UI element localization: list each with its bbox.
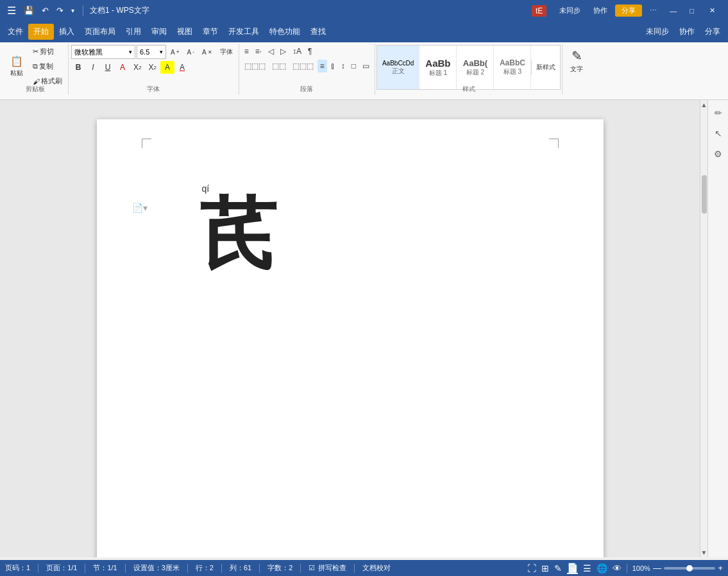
superscript-button[interactable]: X2 (130, 61, 144, 74)
menu-button[interactable]: ☰ (5, 3, 18, 18)
font-grow-button[interactable]: A+ (167, 47, 183, 58)
view-split-button[interactable]: ⊞ (541, 563, 549, 573)
subscript-button[interactable]: X2 (145, 61, 159, 74)
sync-button[interactable]: 未同步 (554, 4, 586, 17)
text-color-button[interactable]: A (175, 61, 189, 74)
collab-button[interactable]: 协作 (588, 4, 613, 17)
para-group-label: 段落 (239, 85, 375, 94)
list-view-button[interactable]: ☰ (583, 563, 591, 573)
col-layout-button[interactable]: ⫿ (328, 60, 337, 72)
web-view-button[interactable]: 🌐 (597, 563, 607, 573)
font-settings-button[interactable]: 字体 (217, 46, 236, 58)
page-number[interactable]: 页码：1 (5, 563, 30, 573)
menu-item-file[interactable]: 文件 (3, 24, 28, 40)
status-divider-1 (38, 564, 38, 573)
minimize-button[interactable]: — (665, 6, 682, 16)
bullets-button[interactable]: ≡ (242, 45, 251, 58)
paste-button[interactable]: 📋 粘贴 (5, 52, 28, 81)
sort-button[interactable]: ↕A (290, 45, 304, 58)
align-center-button[interactable]: ⬚⬚ (269, 60, 289, 72)
page-view-button[interactable]: 📄 (567, 563, 578, 574)
menu-item-chapter[interactable]: 章节 (198, 24, 223, 40)
col-info[interactable]: 列：61 (230, 563, 251, 573)
font-name-selector[interactable]: 微软雅黑 ▾ (71, 45, 135, 59)
undo-button[interactable]: ↶ (40, 4, 51, 17)
align-justify-button[interactable]: ≡ (317, 60, 327, 72)
page-count[interactable]: 页面：1/1 (46, 563, 77, 573)
scroll-down-button[interactable]: ▼ (700, 548, 709, 557)
menu-item-review[interactable]: 审阅 (146, 24, 172, 40)
cut-button[interactable]: ✂ 剪切 (30, 45, 65, 58)
menu-item-special[interactable]: 特色功能 (264, 24, 305, 40)
word-count[interactable]: 字数：2 (267, 563, 292, 573)
bold-button[interactable]: B (71, 61, 85, 74)
styles-label: 样式 (375, 85, 562, 94)
clear-format-button[interactable]: A✕ (199, 47, 216, 58)
highlight-button[interactable]: A (160, 61, 174, 74)
scroll-track[interactable] (700, 110, 707, 548)
menu-item-sync[interactable]: 未同步 (641, 24, 674, 40)
font-color-button[interactable]: A (115, 61, 130, 74)
outdent-button[interactable]: ◁ (266, 45, 276, 58)
spell-check[interactable]: ☑ 拼写检查 (309, 563, 346, 573)
edit-pencil-button[interactable]: ✎ (554, 563, 562, 573)
doc-compare[interactable]: 文档校对 (362, 563, 391, 573)
style-normal[interactable]: AaBbCcDd 正文 (377, 46, 419, 89)
scroll-up-button[interactable]: ▲ (700, 100, 709, 110)
font-shrink-button[interactable]: A- (184, 47, 198, 58)
filter-button[interactable]: ⚙ (711, 146, 726, 162)
numbering-button[interactable]: ≡· (253, 45, 264, 58)
style-h1[interactable]: AaBb 标题 1 (419, 46, 457, 89)
corner-tl (142, 139, 151, 148)
line-spacing-button[interactable]: ↕ (339, 60, 348, 72)
copy-button[interactable]: ⧉ 复制 (30, 60, 65, 73)
menu-item-collab[interactable]: 协作 (674, 24, 700, 40)
zoom-out-button[interactable]: — (653, 563, 661, 573)
close-button[interactable]: ✕ (702, 5, 723, 16)
zoom-in-button[interactable]: + (718, 563, 723, 573)
right-sidebar: ✏ ↖ ⚙ (707, 100, 728, 557)
save-button[interactable]: 💾 (22, 4, 36, 17)
chinese-character: 芪 (199, 196, 559, 273)
border-button[interactable]: □ (349, 60, 359, 72)
select-mode-button[interactable]: ↖ (711, 126, 726, 141)
more-options-button[interactable]: ⋯ (645, 5, 662, 16)
section-info[interactable]: 节：1/1 (93, 563, 117, 573)
underline-button[interactable]: U (101, 61, 115, 74)
menu-item-view[interactable]: 视图 (172, 24, 198, 40)
style-h3[interactable]: AaBbC 标题 3 (494, 46, 531, 89)
maximize-button[interactable]: □ (684, 6, 699, 16)
edit-font-button[interactable]: ✎ 文字 (565, 45, 588, 89)
menu-item-home[interactable]: 开始 (28, 24, 54, 40)
settings-value[interactable]: 设置值：3厘米 (133, 563, 180, 573)
menu-item-layout[interactable]: 页面布局 (80, 24, 121, 40)
style-h2[interactable]: AaBb( 标题 2 (457, 46, 494, 89)
document-container: 📄▾ qí 芪 (0, 100, 700, 557)
edit-mode-button[interactable]: ✏ (711, 105, 726, 121)
menu-item-dev[interactable]: 开发工具 (223, 24, 264, 40)
zoom-percentage: 100% (632, 564, 650, 572)
indent-button[interactable]: ▷ (278, 45, 289, 58)
show-hide-button[interactable]: ¶ (305, 45, 314, 58)
align-left-button[interactable]: ⬚⬚⬚ (242, 60, 268, 72)
font-size-selector[interactable]: 6.5 ▾ (137, 45, 166, 59)
ribbon-group-styles: AaBbCcDd 正文 AaBb 标题 1 AaBb( 标题 2 AaBbC 标… (375, 44, 563, 95)
menu-item-share[interactable]: 分享 (700, 24, 725, 40)
quick-access-more-button[interactable]: ▾ (69, 6, 76, 15)
new-style-button[interactable]: 新样式 (533, 61, 559, 74)
fullscreen-button[interactable]: ⛶ (527, 563, 536, 573)
menu-item-find[interactable]: 查找 (305, 24, 331, 40)
row-info[interactable]: 行：2 (196, 563, 214, 573)
scroll-thumb[interactable] (702, 175, 707, 214)
zoom-slider[interactable] (664, 567, 715, 570)
read-view-button[interactable]: 👁 (613, 563, 622, 573)
document-content[interactable]: qí 芪 (199, 183, 559, 273)
menu-item-references[interactable]: 引用 (121, 24, 146, 40)
align-right-button[interactable]: ⬚⬚⬚ (290, 60, 316, 72)
redo-button[interactable]: ↷ (55, 4, 65, 17)
share-button[interactable]: 分享 (615, 4, 642, 17)
menu-item-insert[interactable]: 插入 (54, 24, 80, 40)
vertical-scrollbar[interactable]: ▲ ▼ (700, 100, 707, 557)
italic-button[interactable]: I (86, 61, 100, 74)
shading-button[interactable]: ▭ (360, 60, 372, 72)
